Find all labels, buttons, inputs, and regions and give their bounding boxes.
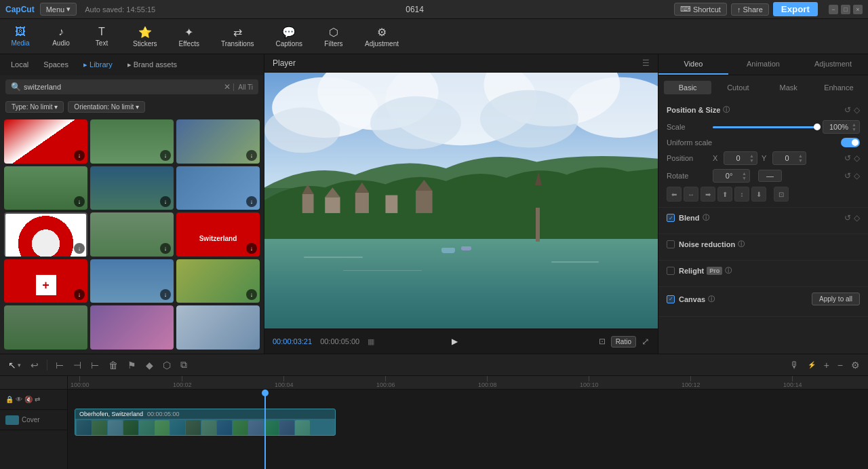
- flag-button[interactable]: ⚑: [125, 358, 139, 372]
- media-item[interactable]: ↓: [176, 166, 260, 210]
- close-button[interactable]: ×: [853, 5, 863, 14]
- media-item[interactable]: [176, 305, 260, 350]
- uniform-scale-toggle[interactable]: [841, 138, 860, 147]
- ruler-mark: 100:02: [173, 376, 192, 389]
- microphone-icon[interactable]: 🎙: [787, 358, 802, 372]
- align-center-h[interactable]: ↔: [684, 187, 698, 202]
- play-button[interactable]: ▶: [446, 333, 462, 350]
- menu-button[interactable]: Menu ▾: [40, 3, 77, 16]
- rotate-keyframe-icon[interactable]: ◇: [854, 171, 860, 181]
- fullscreen-button[interactable]: ⤢: [642, 336, 650, 347]
- align-top[interactable]: ⬆: [717, 187, 732, 202]
- position-keyframe-icon[interactable]: ◇: [854, 153, 860, 163]
- rotate-extra-input[interactable]: —: [758, 170, 782, 182]
- undo-button[interactable]: ↩: [28, 358, 41, 372]
- nav-spaces[interactable]: Spaces: [37, 58, 75, 71]
- scale-slider[interactable]: [713, 126, 817, 128]
- search-clear-button[interactable]: ✕: [224, 82, 231, 92]
- fit-to-screen-button[interactable]: ⊡: [599, 337, 606, 346]
- marker-button[interactable]: ◆: [143, 358, 156, 372]
- video-clip[interactable]: Oberhofen, Switzerland 00:00:05:00: [75, 409, 336, 436]
- tool-media[interactable]: 🖼 Media: [5, 23, 35, 50]
- tool-effects[interactable]: ✦ Effects: [174, 23, 205, 50]
- align-right[interactable]: ➡: [701, 187, 715, 202]
- align-center-v[interactable]: ↕: [734, 187, 749, 202]
- media-item[interactable]: ↓: [4, 119, 87, 164]
- scale-input[interactable]: 100% ▲▼: [823, 120, 860, 134]
- crop-button[interactable]: ⬡: [160, 358, 174, 372]
- cursor-tool[interactable]: ↖▾: [5, 358, 24, 372]
- media-item[interactable]: ↓: [90, 259, 174, 303]
- media-item[interactable]: + ↓: [4, 259, 87, 303]
- nav-library[interactable]: ▸ Library: [77, 58, 119, 71]
- track-area: Oberhofen, Switzerland 00:00:05:00: [68, 390, 868, 469]
- subtab-basic[interactable]: Basic: [664, 81, 711, 94]
- align-bottom[interactable]: ⬇: [751, 187, 766, 202]
- position-reset-icon[interactable]: ↺: [844, 153, 851, 163]
- auto-cut-button[interactable]: ⚡: [805, 360, 818, 370]
- duplicate-button[interactable]: ⧉: [178, 358, 190, 372]
- media-item[interactable]: ↓: [90, 119, 174, 164]
- tool-filters[interactable]: ⬡ Filters: [319, 23, 349, 50]
- media-item[interactable]: ↓: [176, 119, 260, 164]
- shortcut-icon: ⌨: [680, 5, 691, 14]
- shortcut-button[interactable]: ⌨ Shortcut: [674, 3, 727, 16]
- media-item[interactable]: ↓: [90, 212, 174, 257]
- blend-reset-icon[interactable]: ↺: [844, 213, 851, 223]
- blend-checkbox[interactable]: [667, 214, 675, 222]
- align-extra[interactable]: ⊡: [774, 187, 789, 202]
- subtab-mask[interactable]: Mask: [765, 81, 812, 94]
- split-button[interactable]: ⊢: [53, 358, 66, 372]
- tool-adjustment[interactable]: ⚙ Adjustment: [359, 23, 404, 50]
- trim-start-button[interactable]: ⊣: [71, 358, 84, 372]
- export-button[interactable]: Export: [773, 2, 818, 16]
- y-input[interactable]: 0 ▲▼: [772, 151, 806, 165]
- subtab-enhance[interactable]: Enhance: [815, 81, 863, 94]
- keyframe-icon[interactable]: ◇: [854, 105, 860, 115]
- tool-stickers[interactable]: ⭐ Stickers: [127, 23, 163, 50]
- trim-end-button[interactable]: ⊢: [88, 358, 102, 372]
- player-area: [264, 73, 658, 329]
- media-item[interactable]: ↓: [4, 166, 87, 210]
- minimize-button[interactable]: −: [829, 5, 838, 14]
- rotate-input[interactable]: 0° ▲▼: [713, 169, 750, 183]
- media-item[interactable]: [4, 305, 87, 350]
- apply-to-all-button[interactable]: Apply to all: [812, 293, 860, 305]
- blend-keyframe-icon[interactable]: ◇: [854, 213, 860, 223]
- tool-captions[interactable]: 💬 Captions: [271, 23, 308, 50]
- nav-local[interactable]: Local: [4, 58, 35, 71]
- settings-icon[interactable]: ⚙: [848, 358, 863, 372]
- canvas-title: Canvas ⓘ: [679, 295, 715, 304]
- subtab-cutout[interactable]: Cutout: [714, 81, 762, 94]
- tab-video[interactable]: Video: [658, 54, 728, 75]
- playhead[interactable]: [264, 390, 266, 469]
- canvas-checkbox[interactable]: [667, 295, 675, 303]
- search-input[interactable]: [24, 83, 221, 91]
- orientation-filter[interactable]: Orientation: No limit ▾: [68, 101, 145, 113]
- delete-button[interactable]: 🗑: [106, 358, 121, 372]
- share-button[interactable]: ↑ Share: [731, 3, 769, 16]
- tool-audio[interactable]: ♪ Audio: [46, 23, 76, 50]
- media-item[interactable]: Switzerland ↓: [176, 212, 260, 257]
- reset-icon[interactable]: ↺: [844, 105, 851, 115]
- type-filter[interactable]: Type: No limit ▾: [5, 101, 64, 113]
- nav-brand-assets[interactable]: ▸ Brand assets: [121, 58, 184, 71]
- media-item[interactable]: ↓: [176, 259, 260, 303]
- align-left[interactable]: ⬅: [667, 187, 682, 202]
- zoom-out-button[interactable]: −: [835, 358, 846, 372]
- tab-adjustment[interactable]: Adjustment: [798, 54, 868, 75]
- x-input[interactable]: 0 ▲▼: [724, 151, 757, 165]
- tool-transitions[interactable]: ⇄ Transitions: [216, 23, 260, 50]
- media-item[interactable]: [90, 305, 174, 350]
- ratio-button[interactable]: Ratio: [611, 336, 636, 348]
- player-right-controls: ⊡ Ratio ⤢: [599, 336, 650, 348]
- media-item[interactable]: ↓: [90, 166, 174, 210]
- zoom-in-button[interactable]: +: [821, 358, 832, 372]
- noise-reduction-checkbox[interactable]: [667, 240, 675, 248]
- tool-text[interactable]: T Text: [87, 23, 117, 50]
- tab-animation[interactable]: Animation: [728, 54, 798, 75]
- media-item[interactable]: ↓: [4, 212, 87, 257]
- rotate-reset-icon[interactable]: ↺: [844, 171, 851, 181]
- maximize-button[interactable]: □: [841, 5, 850, 14]
- relight-checkbox[interactable]: [667, 267, 675, 275]
